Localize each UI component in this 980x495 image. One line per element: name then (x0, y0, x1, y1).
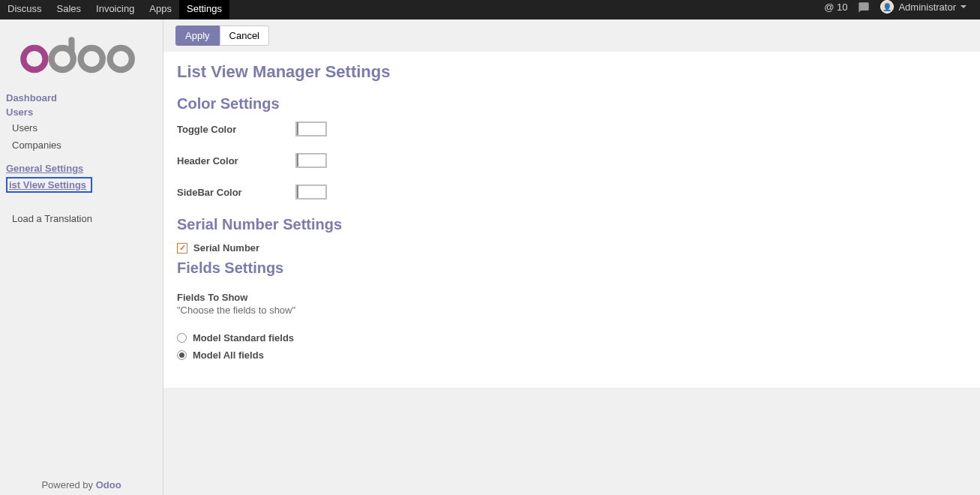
sidebar-list-view-settings-wrap: ist View Settings (0, 176, 163, 194)
toggle-color-swatch (297, 122, 298, 135)
action-bar: Apply Cancel (163, 20, 980, 52)
section-fields-settings: Fields Settings (177, 260, 967, 277)
nav-discuss[interactable]: Discuss (0, 0, 49, 20)
sidebar-users[interactable]: Users (0, 105, 163, 119)
section-serial-settings: Serial Number Settings (177, 216, 967, 233)
hint-fields-to-show: "Choose the fields to show" (177, 304, 967, 316)
radio-model-all[interactable] (177, 350, 187, 360)
row-sidebar-color: SideBar Color (177, 184, 967, 200)
svg-point-1 (81, 48, 103, 70)
sidebar-sub-companies[interactable]: Companies (0, 136, 163, 154)
page-title: List View Manager Settings (177, 62, 967, 82)
label-fields-to-show: Fields To Show (177, 292, 967, 303)
label-header-color: Header Color (177, 155, 295, 166)
row-header-color: Header Color (177, 153, 967, 168)
label-model-standard: Model Standard fields (193, 332, 294, 344)
svg-point-0 (23, 48, 45, 70)
odoo-logo-icon (18, 34, 141, 74)
row-toggle-color: Toggle Color (177, 122, 967, 136)
sidebar-color-swatch (297, 185, 298, 198)
cancel-button[interactable]: Cancel (220, 26, 269, 46)
radio-group-fields: Model Standard fields Model All fields (177, 332, 967, 361)
sidebar-color-picker[interactable] (295, 184, 327, 200)
toggle-color-picker[interactable] (295, 122, 327, 136)
serial-number-checkbox[interactable] (177, 243, 187, 254)
sidebar: Dashboard Users Users Companies General … (0, 20, 163, 495)
chevron-down-icon (961, 5, 967, 8)
top-navbar: Discuss Sales Invoicing Apps Settings @ … (0, 0, 980, 20)
sidebar-load-translation[interactable]: Load a Translation (0, 210, 163, 227)
nav-invoicing[interactable]: Invoicing (88, 0, 142, 20)
label-model-all: Model All fields (193, 350, 264, 361)
radio-model-standard[interactable] (177, 333, 187, 343)
sidebar-sub-users[interactable]: Users (0, 119, 163, 136)
footer-powered: Powered by Odoo (0, 479, 163, 495)
sidebar-general-settings[interactable]: General Settings (0, 161, 163, 176)
nav-apps[interactable]: Apps (142, 0, 179, 20)
navbar-apps: Discuss Sales Invoicing Apps Settings (0, 0, 229, 20)
section-color-settings: Color Settings (177, 95, 967, 112)
nav-sales[interactable]: Sales (49, 0, 89, 20)
avatar-icon: 👤 (880, 0, 894, 14)
sidebar-dashboard[interactable]: Dashboard (0, 91, 163, 105)
svg-rect-4 (68, 37, 74, 55)
user-name: Administrator (898, 2, 956, 13)
header-color-swatch (297, 154, 298, 166)
nav-settings[interactable]: Settings (179, 0, 229, 20)
header-color-picker[interactable] (295, 153, 327, 168)
apply-button[interactable]: Apply (175, 26, 220, 46)
mention-count[interactable]: @ 10 (824, 2, 847, 13)
user-menu[interactable]: 👤 Administrator (880, 0, 967, 14)
sidebar-list-view-settings[interactable]: ist View Settings (6, 177, 92, 193)
chat-icon[interactable] (858, 2, 870, 12)
form-content: List View Manager Settings Color Setting… (163, 52, 980, 388)
radio-row-all: Model All fields (177, 350, 967, 361)
label-toggle-color: Toggle Color (177, 124, 295, 135)
footer-brand-link[interactable]: Odoo (96, 479, 121, 490)
row-serial-number: Serial Number (177, 242, 967, 254)
label-sidebar-color: SideBar Color (177, 187, 295, 198)
logo (0, 28, 163, 91)
label-serial-number: Serial Number (193, 242, 259, 254)
radio-row-standard: Model Standard fields (177, 332, 967, 344)
navbar-right: @ 10 👤 Administrator (824, 0, 974, 14)
svg-point-2 (110, 48, 132, 70)
main: Apply Cancel List View Manager Settings … (163, 20, 980, 495)
